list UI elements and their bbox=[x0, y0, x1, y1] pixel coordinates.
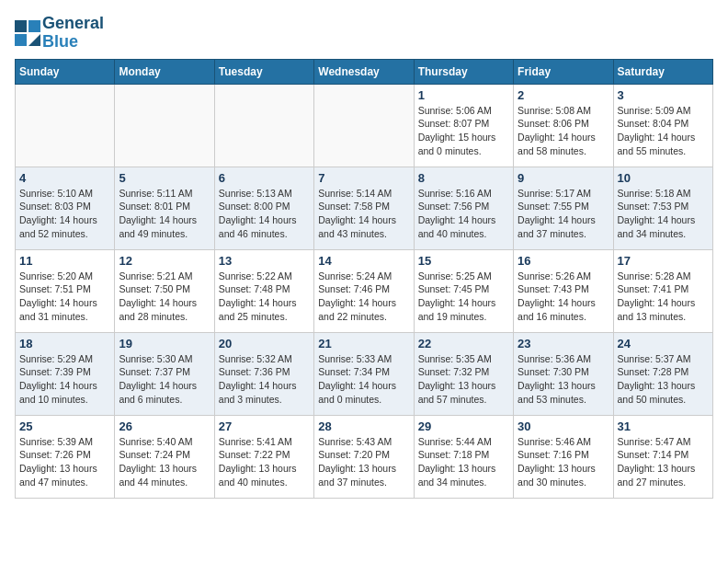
calendar-week-row: 18Sunrise: 5:29 AMSunset: 7:39 PMDayligh… bbox=[16, 332, 713, 415]
day-number: 7 bbox=[318, 171, 409, 185]
calendar-day-cell: 27Sunrise: 5:41 AMSunset: 7:22 PMDayligh… bbox=[214, 415, 313, 498]
day-info: Sunrise: 5:24 AMSunset: 7:46 PMDaylight:… bbox=[318, 270, 409, 324]
calendar-day-cell: 31Sunrise: 5:47 AMSunset: 7:14 PMDayligh… bbox=[613, 415, 712, 498]
calendar-day-cell: 23Sunrise: 5:36 AMSunset: 7:30 PMDayligh… bbox=[514, 332, 613, 415]
calendar-day-cell: 29Sunrise: 5:44 AMSunset: 7:18 PMDayligh… bbox=[414, 415, 513, 498]
calendar-day-cell bbox=[214, 84, 313, 167]
day-number: 21 bbox=[318, 337, 409, 350]
calendar-day-cell bbox=[115, 84, 214, 167]
day-info: Sunrise: 5:21 AMSunset: 7:50 PMDaylight:… bbox=[119, 270, 210, 324]
day-info: Sunrise: 5:33 AMSunset: 7:34 PMDaylight:… bbox=[318, 352, 409, 407]
svg-rect-0 bbox=[15, 20, 27, 32]
calendar-week-row: 4Sunrise: 5:10 AMSunset: 8:03 PMDaylight… bbox=[16, 167, 713, 249]
logo-text: GeneralBlue bbox=[42, 15, 104, 52]
day-number: 13 bbox=[219, 254, 310, 268]
weekday-header-cell: Thursday bbox=[414, 59, 513, 84]
day-number: 28 bbox=[318, 419, 409, 433]
day-number: 6 bbox=[219, 171, 310, 185]
day-info: Sunrise: 5:06 AMSunset: 8:07 PMDaylight:… bbox=[418, 104, 509, 158]
day-info: Sunrise: 5:35 AMSunset: 7:32 PMDaylight:… bbox=[418, 352, 509, 407]
day-info: Sunrise: 5:30 AMSunset: 7:37 PMDaylight:… bbox=[119, 352, 210, 407]
weekday-header-cell: Wednesday bbox=[314, 59, 414, 84]
calendar-day-cell: 6Sunrise: 5:13 AMSunset: 8:00 PMDaylight… bbox=[214, 167, 313, 249]
weekday-header-cell: Saturday bbox=[613, 59, 712, 84]
day-info: Sunrise: 5:10 AMSunset: 8:03 PMDaylight:… bbox=[19, 187, 110, 241]
calendar-week-row: 25Sunrise: 5:39 AMSunset: 7:26 PMDayligh… bbox=[16, 415, 713, 498]
day-number: 2 bbox=[518, 88, 609, 102]
day-number: 18 bbox=[19, 337, 110, 350]
day-number: 22 bbox=[418, 337, 509, 350]
calendar-day-cell bbox=[16, 84, 115, 167]
day-info: Sunrise: 5:08 AMSunset: 8:06 PMDaylight:… bbox=[518, 104, 609, 158]
day-number: 8 bbox=[418, 171, 509, 185]
day-number: 10 bbox=[618, 171, 709, 185]
calendar-day-cell: 25Sunrise: 5:39 AMSunset: 7:26 PMDayligh… bbox=[16, 415, 115, 498]
day-number: 27 bbox=[219, 419, 310, 433]
svg-rect-1 bbox=[28, 20, 40, 32]
calendar-day-cell: 13Sunrise: 5:22 AMSunset: 7:48 PMDayligh… bbox=[214, 249, 313, 332]
calendar-day-cell: 21Sunrise: 5:33 AMSunset: 7:34 PMDayligh… bbox=[314, 332, 414, 415]
day-number: 11 bbox=[19, 254, 110, 268]
day-info: Sunrise: 5:41 AMSunset: 7:22 PMDaylight:… bbox=[219, 435, 310, 489]
day-info: Sunrise: 5:14 AMSunset: 7:58 PMDaylight:… bbox=[318, 187, 409, 241]
day-number: 29 bbox=[418, 419, 509, 433]
day-info: Sunrise: 5:17 AMSunset: 7:55 PMDaylight:… bbox=[518, 187, 609, 241]
day-info: Sunrise: 5:40 AMSunset: 7:24 PMDaylight:… bbox=[119, 435, 210, 489]
logo: GeneralBlue bbox=[15, 15, 104, 52]
day-number: 25 bbox=[19, 419, 110, 433]
svg-rect-2 bbox=[15, 34, 27, 46]
calendar-day-cell: 5Sunrise: 5:11 AMSunset: 8:01 PMDaylight… bbox=[115, 167, 214, 249]
calendar-day-cell: 9Sunrise: 5:17 AMSunset: 7:55 PMDaylight… bbox=[514, 167, 613, 249]
weekday-header-row: SundayMondayTuesdayWednesdayThursdayFrid… bbox=[16, 59, 713, 84]
calendar-day-cell: 26Sunrise: 5:40 AMSunset: 7:24 PMDayligh… bbox=[115, 415, 214, 498]
day-info: Sunrise: 5:20 AMSunset: 7:51 PMDaylight:… bbox=[19, 270, 110, 324]
day-info: Sunrise: 5:22 AMSunset: 7:48 PMDaylight:… bbox=[219, 270, 310, 324]
day-number: 12 bbox=[119, 254, 210, 268]
day-info: Sunrise: 5:25 AMSunset: 7:45 PMDaylight:… bbox=[418, 270, 509, 324]
day-number: 17 bbox=[618, 254, 709, 268]
calendar-day-cell: 19Sunrise: 5:30 AMSunset: 7:37 PMDayligh… bbox=[115, 332, 214, 415]
day-number: 16 bbox=[518, 254, 609, 268]
day-info: Sunrise: 5:32 AMSunset: 7:36 PMDaylight:… bbox=[219, 352, 310, 407]
day-number: 5 bbox=[119, 171, 210, 185]
calendar-day-cell: 3Sunrise: 5:09 AMSunset: 8:04 PMDaylight… bbox=[613, 84, 712, 167]
day-info: Sunrise: 5:28 AMSunset: 7:41 PMDaylight:… bbox=[618, 270, 709, 324]
calendar-day-cell: 7Sunrise: 5:14 AMSunset: 7:58 PMDaylight… bbox=[314, 167, 414, 249]
calendar-day-cell: 10Sunrise: 5:18 AMSunset: 7:53 PMDayligh… bbox=[613, 167, 712, 249]
day-info: Sunrise: 5:09 AMSunset: 8:04 PMDaylight:… bbox=[618, 104, 709, 158]
calendar-day-cell: 1Sunrise: 5:06 AMSunset: 8:07 PMDaylight… bbox=[414, 84, 513, 167]
day-info: Sunrise: 5:29 AMSunset: 7:39 PMDaylight:… bbox=[19, 352, 110, 407]
day-info: Sunrise: 5:44 AMSunset: 7:18 PMDaylight:… bbox=[418, 435, 509, 489]
day-number: 31 bbox=[618, 419, 709, 433]
day-number: 26 bbox=[119, 419, 210, 433]
day-number: 19 bbox=[119, 337, 210, 350]
day-info: Sunrise: 5:43 AMSunset: 7:20 PMDaylight:… bbox=[318, 435, 409, 489]
calendar-day-cell: 20Sunrise: 5:32 AMSunset: 7:36 PMDayligh… bbox=[214, 332, 313, 415]
calendar-day-cell: 30Sunrise: 5:46 AMSunset: 7:16 PMDayligh… bbox=[514, 415, 613, 498]
day-info: Sunrise: 5:46 AMSunset: 7:16 PMDaylight:… bbox=[518, 435, 609, 489]
day-number: 23 bbox=[518, 337, 609, 350]
day-info: Sunrise: 5:47 AMSunset: 7:14 PMDaylight:… bbox=[618, 435, 709, 489]
day-number: 9 bbox=[518, 171, 609, 185]
day-number: 1 bbox=[418, 88, 509, 102]
calendar-day-cell bbox=[314, 84, 414, 167]
day-info: Sunrise: 5:13 AMSunset: 8:00 PMDaylight:… bbox=[219, 187, 310, 241]
day-number: 15 bbox=[418, 254, 509, 268]
day-number: 4 bbox=[19, 171, 110, 185]
day-number: 20 bbox=[219, 337, 310, 350]
logo-icon bbox=[15, 20, 40, 46]
svg-marker-3 bbox=[28, 34, 40, 46]
weekday-header-cell: Tuesday bbox=[214, 59, 313, 84]
day-info: Sunrise: 5:26 AMSunset: 7:43 PMDaylight:… bbox=[518, 270, 609, 324]
calendar-day-cell: 18Sunrise: 5:29 AMSunset: 7:39 PMDayligh… bbox=[16, 332, 115, 415]
calendar-day-cell: 16Sunrise: 5:26 AMSunset: 7:43 PMDayligh… bbox=[514, 249, 613, 332]
calendar-table: SundayMondayTuesdayWednesdayThursdayFrid… bbox=[15, 59, 713, 499]
day-info: Sunrise: 5:37 AMSunset: 7:28 PMDaylight:… bbox=[618, 352, 709, 407]
calendar-day-cell: 12Sunrise: 5:21 AMSunset: 7:50 PMDayligh… bbox=[115, 249, 214, 332]
weekday-header-cell: Sunday bbox=[16, 59, 115, 84]
page-header: GeneralBlue bbox=[15, 15, 713, 52]
day-number: 14 bbox=[318, 254, 409, 268]
day-number: 3 bbox=[618, 88, 709, 102]
calendar-day-cell: 14Sunrise: 5:24 AMSunset: 7:46 PMDayligh… bbox=[314, 249, 414, 332]
calendar-day-cell: 17Sunrise: 5:28 AMSunset: 7:41 PMDayligh… bbox=[613, 249, 712, 332]
